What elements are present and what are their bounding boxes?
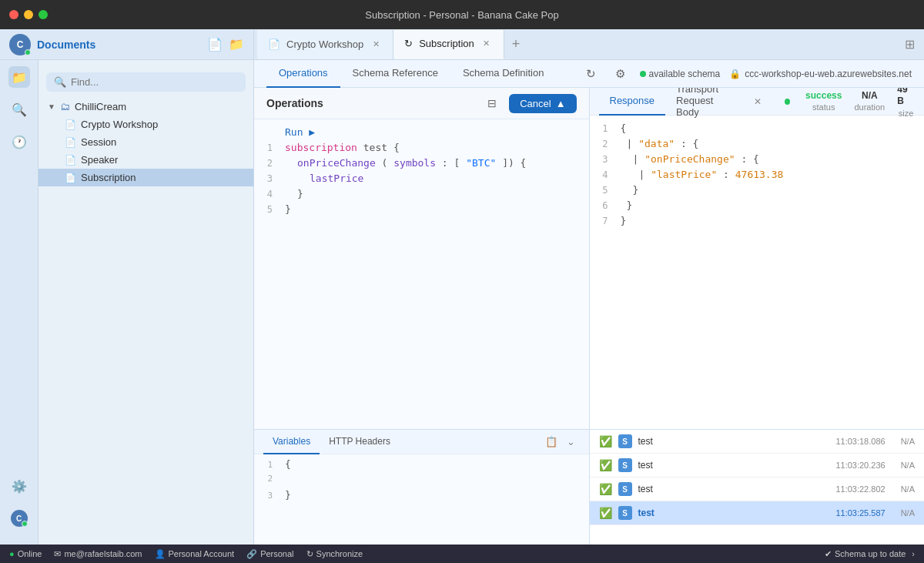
close-button[interactable] <box>9 10 18 19</box>
sync-icon: ↻ <box>306 549 313 559</box>
sidebar-avatar[interactable]: C <box>11 510 28 527</box>
tab-close-icon[interactable]: ✕ <box>370 39 382 51</box>
code-line-4: 4 } <box>254 187 589 203</box>
sidebar-item-subscription[interactable]: 📄 Subscription <box>38 169 253 186</box>
status-bar: ● Online ✉ me@rafaelstaib.com 👤 Personal… <box>0 545 924 563</box>
sub-size-3: N/A <box>901 484 915 494</box>
account-status[interactable]: 👤 Personal Account <box>155 549 235 559</box>
email-status[interactable]: ✉ me@rafaelstaib.com <box>54 549 142 559</box>
operations-toolbar: Operations ⊟ Cancel ▲ <box>254 88 589 119</box>
sidebar-user-icon[interactable]: C <box>8 508 30 529</box>
sidebar-main: 📁 🔍 🕐 ⚙️ C 🔍 <box>0 60 253 545</box>
window-controls[interactable] <box>9 10 48 19</box>
sub-result-row-1[interactable]: ✅ S test 11:03:18.086 N/A <box>590 430 925 454</box>
personal-label: Personal <box>260 549 293 558</box>
refresh-button[interactable]: ↻ <box>581 64 601 84</box>
cancel-chevron: ▲ <box>556 98 566 109</box>
main-area: 📄 Crypto Workshop ✕ ↻ Subscription ✕ + ⊞… <box>254 29 924 545</box>
cancel-button[interactable]: Cancel ▲ <box>509 94 576 113</box>
status-available-dot <box>640 71 646 77</box>
email-icon: ✉ <box>54 549 61 559</box>
sidebar-documents-icon[interactable]: 📁 <box>8 66 30 88</box>
var-line-3: 3 } <box>254 488 589 504</box>
response-stats: ✕ success status N/A duration 49 B siz <box>749 88 915 119</box>
tree-item-chilicream[interactable]: ▼ 🗂 ChilliCream <box>38 98 253 116</box>
json-line-6: 6 } <box>590 199 925 214</box>
tab-close-active-icon[interactable]: ✕ <box>480 38 493 50</box>
sub-size-1: N/A <box>901 437 915 446</box>
sidebar-item-speaker[interactable]: 📄 Speaker <box>38 151 253 169</box>
tab-variables[interactable]: Variables <box>263 430 320 454</box>
chevron-down-icon: ▼ <box>48 102 55 111</box>
search-icon: 🔍 <box>54 76 66 88</box>
sidebar: C Documents 📄 📁 📁 🔍 🕐 ⚙️ C <box>0 29 254 545</box>
sub-size-2: N/A <box>901 461 915 470</box>
operations-panel-title: Operations <box>266 97 475 109</box>
new-folder-icon[interactable]: 📁 <box>229 37 244 52</box>
chevron-down-icon[interactable]: ⌄ <box>563 434 580 451</box>
filter-icon[interactable]: ⊟ <box>481 92 503 114</box>
chevron-right-icon: › <box>912 549 915 558</box>
new-file-icon[interactable]: 📄 <box>207 37 223 52</box>
minimize-button[interactable] <box>24 10 33 19</box>
tree-root-label: ChilliCream <box>75 101 126 112</box>
tab-schema-definition[interactable]: Schema Definition <box>450 60 557 88</box>
app-body: C Documents 📄 📁 📁 🔍 🕐 ⚙️ C <box>0 29 924 545</box>
json-line-7: 7 } <box>590 214 925 230</box>
s-badge-1: S <box>618 434 632 448</box>
schema-up-to-date-label: Schema up to date <box>835 549 906 558</box>
cancel-label: Cancel <box>520 98 551 109</box>
response-tab-label: Response <box>610 95 655 106</box>
schema-status: available schema <box>640 69 721 79</box>
code-line-run: Run ▶ <box>254 126 589 141</box>
sub-result-row-3[interactable]: ✅ S test 11:03:22.802 N/A <box>590 478 925 501</box>
sync-label: Synchronize <box>316 549 363 558</box>
tab-operations[interactable]: Operations <box>266 60 340 88</box>
sidebar-avatar-dot <box>22 521 28 527</box>
sidebar-history-icon[interactable]: 🕐 <box>8 131 30 152</box>
settings-button[interactable]: ⚙ <box>611 64 631 84</box>
copy-icon[interactable]: 📋 <box>543 434 560 451</box>
sub-time-3: 11:03:22.802 <box>835 484 885 494</box>
tab-crypto-workshop[interactable]: 📄 Crypto Workshop ✕ <box>257 30 393 59</box>
avatar[interactable]: C <box>9 34 31 55</box>
sub-result-row-4[interactable]: ✅ S test 11:03:25.587 N/A <box>590 501 925 525</box>
documents-label: Documents <box>37 39 201 51</box>
tabs-bar: 📄 Crypto Workshop ✕ ↻ Subscription ✕ + ⊞ <box>254 29 924 60</box>
personal-status[interactable]: 🔗 Personal <box>246 549 293 559</box>
schema-reference-tab-label: Schema Reference <box>353 67 438 79</box>
sync-status[interactable]: ↻ Synchronize <box>306 549 363 559</box>
sub-time-1: 11:03:18.086 <box>835 437 885 446</box>
close-response-button[interactable]: ✕ <box>749 92 766 111</box>
tab-http-headers[interactable]: HTTP Headers <box>320 430 400 454</box>
sub-name-1: test <box>638 436 830 447</box>
run-button[interactable]: Run ▶ <box>285 126 589 138</box>
code-line-2: 2 onPriceChange ( symbols : [ "BTC" ]) { <box>254 156 589 172</box>
sub-name-3: test <box>638 484 830 494</box>
sidebar-settings-icon[interactable]: ⚙️ <box>8 475 30 497</box>
schema-definition-tab-label: Schema Definition <box>463 67 544 79</box>
maximize-button[interactable] <box>38 10 48 19</box>
code-editor[interactable]: Run ▶ 1 subscription test { 2 onPri <box>254 119 589 429</box>
tab-subscription[interactable]: ↻ Subscription ✕ <box>393 30 504 59</box>
tab-transport-request-body[interactable]: Transport Request Body <box>665 88 749 116</box>
subscription-results-panel: ✅ S test 11:03:18.086 N/A ✅ S test 11:03… <box>590 430 925 545</box>
sub-result-row-2[interactable]: ✅ S test 11:03:20.236 N/A <box>590 454 925 478</box>
subscription-results-list: ✅ S test 11:03:18.086 N/A ✅ S test 11:03… <box>590 430 925 545</box>
tab-schema-reference[interactable]: Schema Reference <box>340 60 450 88</box>
tab-split-button[interactable]: ⊞ <box>899 37 921 52</box>
variables-editor[interactable]: 1 { 2 3 } <box>254 454 589 545</box>
personal-icon: 🔗 <box>246 549 257 559</box>
connection-url: ccc-workshop-eu-web.azurewebsites.net <box>745 69 912 79</box>
sidebar-item-session[interactable]: 📄 Session <box>38 133 253 151</box>
tab-add-button[interactable]: + <box>504 30 528 59</box>
sidebar-item-crypto-workshop[interactable]: 📄 Crypto Workshop <box>38 116 253 133</box>
status-label: status <box>812 102 835 112</box>
search-input[interactable] <box>71 76 238 88</box>
response-body: 1 { 2 | "data" : { 3 | <box>590 116 925 429</box>
variables-tab-label: Variables <box>273 436 310 447</box>
file-icon: 📄 <box>65 119 76 130</box>
tab-response[interactable]: Response <box>599 88 666 116</box>
tree-item-label: Speaker <box>81 154 118 166</box>
sidebar-search-icon[interactable]: 🔍 <box>8 99 30 120</box>
